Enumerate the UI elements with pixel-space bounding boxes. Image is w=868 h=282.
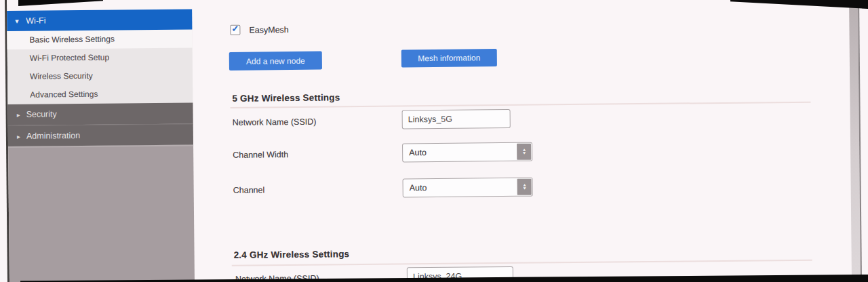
sidebar-item-wifi-protected-setup[interactable]: Wi-Fi Protected Setup — [7, 47, 193, 68]
channel-width-select[interactable]: Auto ▲ ▼ — [402, 142, 532, 163]
chevron-right-icon: ▸ — [16, 104, 20, 125]
channel-select[interactable]: Auto ▲ ▼ — [403, 178, 533, 198]
arrow-down-icon: ▼ — [521, 187, 527, 190]
easymesh-row: ✓ EasyMesh — [230, 24, 288, 35]
sidebar: ▾ Wi-Fi Basic Wireless Settings Wi-Fi Pr… — [7, 9, 195, 282]
arrow-down-icon: ▼ — [521, 152, 527, 155]
sidebar-item-advanced-settings[interactable]: Advanced Settings — [7, 84, 193, 104]
channel-width-label: Channel Width — [233, 150, 288, 160]
channel-label: Channel — [233, 185, 265, 195]
sidebar-item-label: Wi-Fi Protected Setup — [30, 53, 110, 63]
sidebar-section-wifi[interactable]: ▾ Wi-Fi — [7, 9, 192, 31]
section-title-24ghz: 2.4 GHz Wireless Settings — [234, 249, 350, 260]
channel-width-value: Auto — [409, 144, 427, 161]
sidebar-item-wireless-security[interactable]: Wireless Security — [7, 66, 193, 86]
section-divider-24ghz — [232, 260, 812, 266]
router-admin-app: ▾ Wi-Fi Basic Wireless Settings Wi-Fi Pr… — [0, 0, 868, 282]
sidebar-item-label: Wireless Security — [30, 71, 93, 81]
channel-value: Auto — [410, 179, 427, 197]
sidebar-item-basic-wireless-settings[interactable]: Basic Wireless Settings — [7, 29, 192, 49]
sidebar-section-wifi-label: Wi-Fi — [26, 16, 45, 25]
chevron-right-icon: ▸ — [17, 126, 20, 147]
sidebar-section-administration-label: Administration — [26, 131, 80, 141]
ssid-5g-input[interactable] — [402, 109, 511, 129]
stepper-icon: ▲ ▼ — [517, 144, 531, 160]
sidebar-section-security[interactable]: ▸ Security — [7, 102, 193, 125]
screen: ▾ Wi-Fi Basic Wireless Settings Wi-Fi Pr… — [0, 0, 868, 282]
sidebar-section-administration[interactable]: ▸ Administration — [8, 123, 193, 146]
easymesh-checkbox[interactable]: ✓ — [230, 25, 240, 35]
stepper-icon: ▲ ▼ — [517, 179, 532, 195]
chevron-down-icon: ▾ — [15, 11, 19, 31]
sidebar-item-label: Advanced Settings — [30, 89, 98, 100]
section-title-5ghz: 5 GHz Wireless Settings — [232, 92, 340, 104]
sidebar-wifi-submenu: Basic Wireless Settings Wi-Fi Protected … — [7, 29, 193, 104]
sidebar-item-label: Basic Wireless Settings — [29, 35, 115, 45]
add-node-button[interactable]: Add a new node — [229, 52, 322, 70]
mesh-information-button[interactable]: Mesh information — [401, 49, 497, 67]
easymesh-label: EasyMesh — [249, 25, 288, 35]
sidebar-section-security-label: Security — [26, 109, 57, 119]
sidebar-empty-area — [8, 144, 195, 282]
check-icon: ✓ — [231, 24, 239, 34]
ssid-5g-label: Network Name (SSID) — [233, 117, 317, 127]
